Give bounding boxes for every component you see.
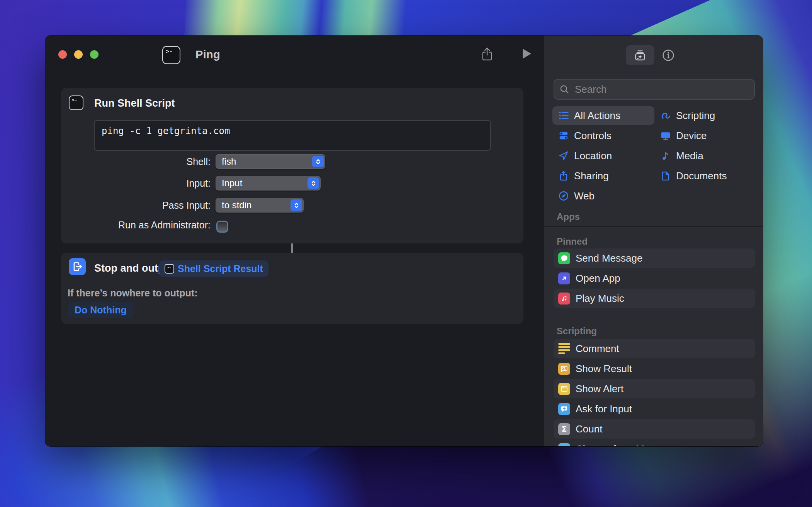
desktop: >- Ping >- Run Shell Script ping -c 1 ge… [0, 0, 812, 507]
sigma-icon: Σ [558, 423, 570, 435]
result-bubble-icon [558, 363, 570, 375]
minimize-button[interactable] [74, 50, 83, 59]
action-connector [291, 243, 293, 253]
apps-section-label: Apps [557, 211, 580, 222]
pass-input-popup[interactable]: to stdin [216, 198, 304, 213]
chevron-up-down-icon [312, 156, 324, 167]
info-icon[interactable] [662, 49, 675, 62]
search-field[interactable] [554, 79, 755, 100]
editor-pane: >- Ping >- Run Shell Script ping -c 1 ge… [45, 36, 543, 446]
fallback-label: If there’s nowhere to output: [68, 288, 198, 299]
action-row-show-result[interactable]: Show Result [554, 359, 755, 378]
music-note-icon [660, 150, 671, 161]
alert-window-icon [558, 383, 570, 395]
menu-icon [558, 443, 570, 447]
document-icon [660, 170, 671, 181]
input-popup[interactable]: Input [216, 176, 321, 191]
close-button[interactable] [58, 50, 67, 59]
terminal-icon: >- [165, 264, 174, 274]
input-bubble-icon [558, 403, 570, 415]
action-row-ask-for-input[interactable]: Ask for Input [554, 399, 755, 419]
category-web[interactable]: Web [552, 187, 654, 205]
action-row-comment[interactable]: Comment [554, 339, 755, 358]
toggles-icon [558, 130, 569, 141]
action-row-open-app[interactable]: Open App [554, 269, 755, 288]
action-title: Run Shell Script [94, 97, 175, 109]
zoom-button[interactable] [90, 50, 99, 59]
action-library-sidebar: All Actions Scripting [543, 36, 763, 446]
search-input[interactable] [574, 83, 749, 96]
action-row-send-message[interactable]: Send Message [554, 248, 755, 268]
text-lines-icon [558, 343, 570, 355]
variable-token[interactable]: >- Shell Script Result [159, 260, 268, 277]
list-bullet-icon [558, 110, 569, 121]
compass-icon [558, 191, 569, 201]
shell-field-label: Shell: [61, 154, 211, 169]
category-all-actions[interactable]: All Actions [552, 106, 654, 125]
category-location[interactable]: Location [552, 146, 654, 165]
chevron-up-down-icon [290, 199, 302, 211]
run-as-admin-label: Run as Administrator: [61, 219, 211, 231]
input-field-label: Input: [61, 176, 211, 191]
search-icon [559, 84, 570, 95]
navigation-arrow-icon [558, 150, 569, 161]
display-icon [660, 130, 671, 141]
terminal-icon: >- [69, 95, 83, 110]
category-grid: All Actions Scripting [552, 105, 755, 206]
action-row-show-alert[interactable]: Show Alert [554, 379, 755, 398]
terminal-icon: >- [162, 46, 180, 64]
category-controls[interactable]: Controls [552, 126, 654, 145]
action-row-count[interactable]: Σ Count [554, 419, 755, 439]
shell-popup[interactable]: fish [216, 154, 325, 169]
category-scripting[interactable]: Scripting [654, 106, 755, 125]
sidebar-divider [544, 226, 763, 227]
run-as-admin-checkbox[interactable] [216, 221, 228, 233]
scribble-icon [660, 110, 671, 121]
action-row-choose-from-menu[interactable]: Choose from Menu [554, 439, 755, 446]
action-library-icon[interactable] [626, 45, 654, 65]
arrow-up-right-icon [558, 272, 570, 284]
action-card-run-shell-script[interactable]: >- Run Shell Script ping -c 1 getgrinta.… [61, 88, 523, 243]
share-box-icon [558, 170, 569, 181]
chevron-up-down-icon [307, 177, 319, 189]
category-device[interactable]: Device [654, 126, 755, 145]
pinned-section-label: Pinned [557, 236, 588, 247]
scripting-section-label: Scripting [557, 326, 597, 337]
action-row-play-music[interactable]: Play Music [554, 289, 755, 308]
pass-input-field-label: Pass Input: [61, 198, 211, 213]
action-card-stop-and-output[interactable]: Stop and output >- Shell Script Result I… [61, 253, 523, 324]
category-documents[interactable]: Documents [654, 167, 755, 185]
category-sharing[interactable]: Sharing [552, 167, 654, 185]
share-icon[interactable] [480, 47, 494, 61]
shell-script-input[interactable]: ping -c 1 getgrinta.com [94, 120, 491, 151]
message-bubble-icon [558, 252, 570, 264]
music-notes-icon [558, 293, 570, 305]
output-icon [69, 258, 86, 275]
page-title: Ping [195, 48, 220, 61]
fallback-value-button[interactable]: Do Nothing [68, 302, 134, 318]
category-media[interactable]: Media [654, 146, 755, 165]
play-icon[interactable] [522, 48, 532, 60]
shortcuts-window: >- Ping >- Run Shell Script ping -c 1 ge… [45, 36, 763, 446]
